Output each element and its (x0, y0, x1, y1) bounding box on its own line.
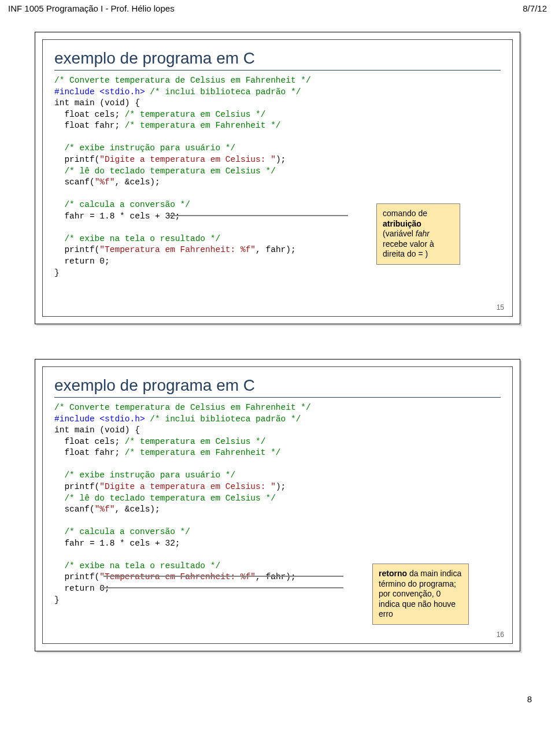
code-comment: /* exibe instrução para usuário */ (54, 143, 235, 153)
code-line: float cels; (54, 110, 120, 119)
code-line: float fahr; (54, 121, 120, 130)
code-comment: /* temperatura em Celsius */ (120, 110, 265, 119)
code-string: "Temperatura em Fahrenheit: %f" (99, 572, 256, 581)
code-comment: /* temperatura em Fahrenheit */ (120, 448, 280, 457)
code-line: , &cels); (114, 505, 160, 514)
code-line: scanf( (54, 505, 95, 514)
code-line: printf( (54, 155, 99, 164)
code-line: ); (276, 482, 286, 491)
code-string: "Temperatura em Fahrenheit: %f" (99, 245, 256, 254)
ann-text: recebe valor à direita do = ) (383, 239, 434, 259)
page-body: exemplo de programa em C /* Converte tem… (0, 14, 555, 692)
code-string: "Digite a temperatura em Celsius: " (99, 155, 276, 164)
code-comment: /* Converte temperatura de Celsius em Fa… (54, 403, 311, 412)
code-comment: /* temperatura em Celsius */ (120, 437, 265, 446)
code-line: , &cels); (114, 177, 160, 187)
code-string: "%f" (95, 505, 115, 514)
code-string: "%f" (95, 177, 115, 187)
code-line: printf( (54, 245, 99, 254)
ann-text: comando de (383, 209, 427, 218)
code-line: int main (void) { (54, 98, 140, 108)
code-line: , fahr); (256, 245, 296, 254)
code-comment: /* lê do teclado temperatura em Celsius … (54, 494, 276, 503)
slide-1-title: exemplo de programa em C (54, 49, 501, 71)
slide-1-inner: exemplo de programa em C /* Converte tem… (42, 39, 513, 317)
annotation-box-1: comando de atribuição (variável fahr rec… (376, 203, 460, 265)
ann-italic: fahr (416, 229, 430, 238)
code-comment: /* exibe na tela o resultado */ (54, 234, 220, 243)
code-line: int main (void) { (54, 425, 140, 435)
annotation-connector (103, 576, 343, 577)
code-comment: /* inclui biblioteca padrão */ (145, 414, 301, 424)
slide-2-inner: exemplo de programa em C /* Converte tem… (42, 366, 513, 644)
code-line: float cels; (54, 437, 120, 446)
code-line: float fahr; (54, 448, 120, 457)
code-comment: /* lê do teclado temperatura em Celsius … (54, 166, 276, 176)
ann-bold: retorno (379, 569, 407, 578)
code-line: } (54, 268, 60, 277)
code-line: printf( (54, 572, 99, 581)
slide-2: exemplo de programa em C /* Converte tem… (35, 359, 520, 651)
code-comment: /* calcula a conversão */ (54, 200, 190, 209)
code-line: fahr = 1.8 * cels + 32; (54, 539, 180, 548)
slide-2-title: exemplo de programa em C (54, 376, 501, 398)
header-right: 8/7/12 (523, 3, 547, 13)
code-comment: /* calcula a conversão */ (54, 527, 190, 536)
slide-number-2: 16 (497, 631, 504, 639)
slide-1: exemplo de programa em C /* Converte tem… (35, 32, 520, 324)
code-comment: /* Converte temperatura de Celsius em Fa… (54, 76, 311, 85)
annotation-connector (169, 215, 348, 216)
ann-bold: atribuição (383, 219, 421, 228)
header-left: INF 1005 Programação I - Prof. Hélio lop… (8, 3, 175, 13)
code-comment: /* inclui biblioteca padrão */ (145, 87, 301, 97)
code-line: , fahr); (256, 572, 296, 581)
code-line: return 0; (54, 257, 110, 266)
code-line: fahr = 1.8 * cels + 32; (54, 212, 180, 221)
page-number: 8 (0, 692, 555, 721)
code-line: ); (276, 155, 286, 164)
code-comment: /* exibe instrução para usuário */ (54, 470, 235, 480)
annotation-connector (103, 587, 343, 588)
code-line: return 0; (54, 584, 110, 593)
code-line: } (54, 595, 60, 605)
code-string: "Digite a temperatura em Celsius: " (99, 482, 276, 491)
slide-number-1: 15 (497, 303, 504, 312)
page-header: INF 1005 Programação I - Prof. Hélio lop… (0, 0, 555, 14)
code-line: printf( (54, 482, 99, 491)
code-line: scanf( (54, 177, 95, 187)
code-comment: /* exibe na tela o resultado */ (54, 561, 220, 570)
code-include: #include <stdio.h> (54, 414, 145, 424)
annotation-box-2: retorno da main indica término do progra… (372, 564, 469, 625)
code-comment: /* temperatura em Fahrenheit */ (120, 121, 280, 130)
ann-text: (variável (383, 229, 416, 238)
code-include: #include <stdio.h> (54, 87, 145, 97)
